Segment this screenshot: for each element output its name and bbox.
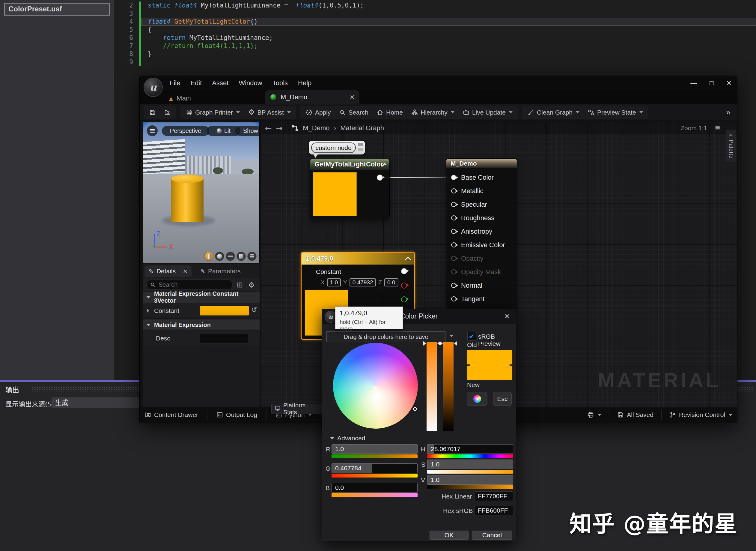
breadcrumb-page[interactable]: Material Graph [341, 124, 384, 132]
color-wheel[interactable] [333, 343, 418, 429]
v-value-input[interactable]: 1.0 [427, 475, 513, 485]
toolbar-overflow-button[interactable]: » [726, 108, 731, 117]
g-value-input[interactable]: 0.467784 [332, 463, 418, 473]
pin-metallic[interactable]: Metallic [446, 184, 517, 198]
code-line-6[interactable]: 6 return MyTotalLightLuminance; [114, 34, 756, 42]
menu-asset[interactable]: Asset [212, 79, 228, 87]
h-gradient-strip[interactable] [427, 454, 513, 458]
preview-state-button[interactable]: Preview State [588, 109, 643, 116]
tab-close-icon[interactable]: ✕ [183, 268, 187, 274]
pin-specular[interactable]: Specular [446, 198, 517, 211]
value-bar[interactable] [443, 342, 454, 431]
tab-details[interactable]: ✎ Details ✕ [144, 265, 192, 277]
hierarchy-button[interactable]: Hierarchy [411, 109, 454, 116]
derived-data-button[interactable] [588, 412, 601, 418]
preview-shape-plane-button[interactable] [226, 252, 235, 261]
constant-color-swatch[interactable] [200, 306, 249, 316]
value-handle[interactable] [440, 341, 443, 346]
ok-button[interactable]: OK [430, 531, 469, 540]
saved-colors-dropzone[interactable]: Drag & drop colors here to save [326, 332, 445, 342]
srgb-preview-checkbox[interactable]: ✔ [467, 332, 476, 341]
section-material-expression[interactable]: Material Expression [143, 320, 260, 330]
close-button[interactable]: ✕ [726, 79, 732, 87]
live-update-button[interactable]: Live Update [463, 109, 513, 116]
eyedropper-esc-button[interactable]: Esc [493, 392, 512, 406]
folder-search-button[interactable] [164, 109, 171, 116]
menu-tools[interactable]: Tools [272, 79, 288, 87]
tab-m-demo[interactable]: M_Demo ✕ [265, 90, 359, 104]
pin-tangent[interactable]: Tangent [446, 292, 517, 306]
b-value-input[interactable]: 0.0 [332, 483, 418, 493]
preview-shape-mesh-button[interactable] [247, 252, 257, 261]
color-wheel-marker[interactable] [413, 407, 417, 411]
r-gradient-strip[interactable] [332, 454, 418, 458]
chevron-down-icon[interactable] [450, 335, 453, 337]
comment-pin-icon[interactable] [358, 143, 363, 146]
value-handle[interactable] [454, 341, 457, 346]
output-pin-green[interactable] [401, 297, 407, 302]
search-input[interactable]: Search [146, 280, 233, 290]
title-bar[interactable]: FileEditAssetWindowToolsHelp — □ ✕ [140, 76, 737, 90]
tab-parameters[interactable]: ✎ Parameters [196, 265, 245, 277]
search-button[interactable]: Search [339, 109, 368, 116]
hex-srgb-input[interactable]: FFB600FF [474, 506, 513, 515]
tab-close-icon[interactable]: ✕ [350, 94, 355, 101]
comment-bubble[interactable]: custom node [309, 141, 365, 154]
preview-shape-cylinder-button[interactable] [204, 252, 213, 261]
code-line-7[interactable]: 7 //return float4(1,1,1,1); [114, 42, 756, 50]
revision-control-button[interactable]: Revision Control [669, 411, 732, 419]
code-line-5[interactable]: 5{ [114, 26, 756, 34]
content-drawer-button[interactable]: Content Drawer [144, 411, 198, 419]
code-line-9[interactable]: 9 [114, 58, 756, 66]
code-line-8[interactable]: 8} [114, 50, 756, 58]
output-pin[interactable] [377, 174, 383, 180]
output-pin-rgb[interactable] [401, 268, 407, 274]
pin-roughness[interactable]: Roughness [446, 211, 517, 225]
reset-to-default-icon[interactable]: ↺ [251, 306, 257, 314]
pin-base-color[interactable]: Base Color [446, 171, 517, 184]
apply-button[interactable]: Apply [306, 109, 331, 116]
bp-assist-button[interactable]: ⚙BP Assist [248, 109, 291, 116]
b-gradient-strip[interactable] [332, 493, 418, 497]
z-value-input[interactable]: 0.0 [384, 279, 398, 287]
v-gradient-strip[interactable] [427, 485, 513, 489]
s-gradient-strip[interactable] [427, 470, 513, 474]
pin-anisotropy[interactable]: Anisotropy [446, 225, 517, 238]
expand-triangle-icon[interactable] [147, 309, 149, 313]
node-get-my-total-light-color[interactable]: GetMyTotalLightColor [310, 159, 390, 219]
viewport-menu-button[interactable]: ≡ [147, 125, 158, 136]
maximize-button[interactable]: □ [710, 79, 713, 87]
output-pin-red[interactable] [401, 283, 407, 289]
settings-gear-icon[interactable]: ⚙ [248, 281, 255, 289]
platform-stats-button[interactable]: Platform Stats [271, 404, 323, 414]
pin-normal[interactable]: Normal [446, 279, 517, 292]
comment-options-icon[interactable] [358, 148, 363, 151]
color-themes-button[interactable] [467, 392, 487, 406]
desc-input[interactable] [200, 334, 248, 344]
tab-main[interactable]: ▲ Main [169, 93, 191, 104]
close-icon[interactable]: ✕ [504, 313, 510, 320]
preview-shape-cube-button[interactable] [237, 252, 246, 261]
floppy-button[interactable] [149, 109, 156, 116]
y-value-input[interactable]: 0.47932 [350, 279, 376, 287]
graph-options-icon[interactable]: ≣ [715, 124, 720, 132]
code-line-2[interactable]: 2static float4 MyTotalLightLuminance = f… [114, 1, 756, 10]
x-value-input[interactable]: 1.0 [327, 279, 341, 287]
file-name-field[interactable]: ColorPreset.usf [4, 3, 110, 16]
code-line-4[interactable]: 4float4 GetMyTotalLightColor() [114, 18, 756, 26]
graph-printer-button[interactable]: Graph Printer [186, 109, 240, 116]
palette-side-tab[interactable]: ≡ Palette [726, 129, 736, 162]
all-saved-button[interactable]: All Saved [617, 411, 653, 419]
display-filter-icon[interactable]: ⊞ [237, 281, 243, 289]
perspective-button[interactable]: Perspective [162, 126, 209, 136]
preview-shape-sphere-button[interactable] [215, 252, 224, 261]
advanced-section-toggle[interactable]: Advanced [330, 435, 365, 442]
menu-window[interactable]: Window [239, 79, 262, 87]
output-source-select[interactable]: 生成 [52, 398, 145, 408]
s-value-input[interactable]: 1.0 [427, 460, 513, 469]
clean-graph-button[interactable]: Clean Graph [528, 109, 579, 116]
pin-emissive-color[interactable]: Emissive Color [446, 238, 517, 252]
node-material-result[interactable]: M_Demo Base ColorMetallicSpecularRoughne… [446, 158, 517, 311]
preview-viewport[interactable]: ≡ Perspective Lit Show Z X [143, 122, 260, 263]
h-value-input[interactable]: 28.067017 [427, 444, 513, 454]
